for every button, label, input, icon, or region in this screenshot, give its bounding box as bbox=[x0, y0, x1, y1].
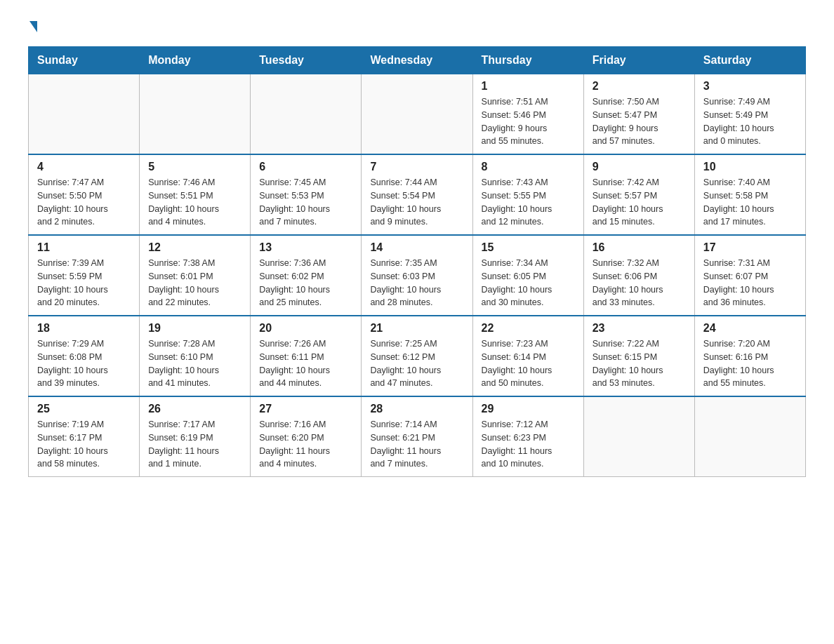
day-info: Sunrise: 7:14 AMSunset: 6:21 PMDaylight:… bbox=[370, 418, 463, 471]
day-info: Sunrise: 7:32 AMSunset: 6:06 PMDaylight:… bbox=[593, 257, 686, 309]
calendar-week-row: 11Sunrise: 7:39 AMSunset: 5:59 PMDayligh… bbox=[29, 235, 806, 316]
day-number: 28 bbox=[370, 403, 463, 415]
day-info: Sunrise: 7:25 AMSunset: 6:12 PMDaylight:… bbox=[370, 337, 463, 390]
day-number: 26 bbox=[148, 403, 241, 415]
day-number: 21 bbox=[370, 322, 463, 335]
day-number: 20 bbox=[259, 322, 352, 335]
day-number: 25 bbox=[37, 403, 131, 415]
day-number: 16 bbox=[593, 241, 686, 254]
day-number: 23 bbox=[593, 322, 686, 335]
day-info: Sunrise: 7:17 AMSunset: 6:19 PMDaylight:… bbox=[148, 418, 241, 471]
weekday-header-wednesday: Wednesday bbox=[362, 47, 472, 74]
day-number: 18 bbox=[37, 322, 131, 335]
logo bbox=[28, 21, 37, 32]
day-info: Sunrise: 7:23 AMSunset: 6:14 PMDaylight:… bbox=[482, 337, 575, 390]
day-number: 7 bbox=[370, 161, 463, 173]
day-info: Sunrise: 7:38 AMSunset: 6:01 PMDaylight:… bbox=[148, 257, 241, 309]
day-info: Sunrise: 7:51 AMSunset: 5:46 PMDaylight:… bbox=[482, 95, 575, 148]
day-number: 5 bbox=[148, 161, 241, 173]
weekday-header-saturday: Saturday bbox=[694, 47, 805, 74]
calendar-week-row: 25Sunrise: 7:19 AMSunset: 6:17 PMDayligh… bbox=[29, 396, 806, 477]
day-number: 4 bbox=[37, 161, 131, 173]
calendar-day-cell: 23Sunrise: 7:22 AMSunset: 6:15 PMDayligh… bbox=[583, 316, 694, 396]
weekday-header-monday: Monday bbox=[140, 47, 251, 74]
day-info: Sunrise: 7:12 AMSunset: 6:23 PMDaylight:… bbox=[482, 418, 575, 471]
calendar-day-cell bbox=[694, 396, 805, 477]
day-info: Sunrise: 7:19 AMSunset: 6:17 PMDaylight:… bbox=[37, 418, 131, 471]
day-number: 10 bbox=[703, 161, 797, 173]
calendar-day-cell: 19Sunrise: 7:28 AMSunset: 6:10 PMDayligh… bbox=[140, 316, 251, 396]
day-info: Sunrise: 7:43 AMSunset: 5:55 PMDaylight:… bbox=[482, 176, 575, 229]
calendar-day-cell: 4Sunrise: 7:47 AMSunset: 5:50 PMDaylight… bbox=[29, 154, 140, 235]
calendar-day-cell bbox=[251, 74, 362, 155]
calendar-day-cell: 11Sunrise: 7:39 AMSunset: 5:59 PMDayligh… bbox=[29, 235, 140, 316]
day-number: 24 bbox=[703, 322, 797, 335]
calendar-day-cell: 22Sunrise: 7:23 AMSunset: 6:14 PMDayligh… bbox=[472, 316, 583, 396]
calendar-day-cell: 8Sunrise: 7:43 AMSunset: 5:55 PMDaylight… bbox=[472, 154, 583, 235]
calendar-day-cell: 5Sunrise: 7:46 AMSunset: 5:51 PMDaylight… bbox=[140, 154, 251, 235]
day-info: Sunrise: 7:47 AMSunset: 5:50 PMDaylight:… bbox=[37, 176, 131, 229]
day-number: 12 bbox=[148, 241, 241, 254]
calendar-day-cell: 7Sunrise: 7:44 AMSunset: 5:54 PMDaylight… bbox=[362, 154, 472, 235]
day-info: Sunrise: 7:26 AMSunset: 6:11 PMDaylight:… bbox=[259, 337, 352, 390]
calendar-day-cell bbox=[140, 74, 251, 155]
calendar-day-cell: 3Sunrise: 7:49 AMSunset: 5:49 PMDaylight… bbox=[694, 74, 805, 155]
day-number: 9 bbox=[593, 161, 686, 173]
day-number: 27 bbox=[259, 403, 352, 415]
day-number: 13 bbox=[259, 241, 352, 254]
day-number: 1 bbox=[482, 80, 575, 93]
day-number: 29 bbox=[482, 403, 575, 415]
day-number: 22 bbox=[482, 322, 575, 335]
calendar-week-row: 4Sunrise: 7:47 AMSunset: 5:50 PMDaylight… bbox=[29, 154, 806, 235]
day-number: 6 bbox=[259, 161, 352, 173]
day-info: Sunrise: 7:40 AMSunset: 5:58 PMDaylight:… bbox=[703, 176, 797, 229]
calendar-week-row: 18Sunrise: 7:29 AMSunset: 6:08 PMDayligh… bbox=[29, 316, 806, 396]
calendar-day-cell: 20Sunrise: 7:26 AMSunset: 6:11 PMDayligh… bbox=[251, 316, 362, 396]
calendar-day-cell: 25Sunrise: 7:19 AMSunset: 6:17 PMDayligh… bbox=[29, 396, 140, 477]
day-info: Sunrise: 7:42 AMSunset: 5:57 PMDaylight:… bbox=[593, 176, 686, 229]
calendar-day-cell: 12Sunrise: 7:38 AMSunset: 6:01 PMDayligh… bbox=[140, 235, 251, 316]
calendar-day-cell: 18Sunrise: 7:29 AMSunset: 6:08 PMDayligh… bbox=[29, 316, 140, 396]
day-info: Sunrise: 7:39 AMSunset: 5:59 PMDaylight:… bbox=[37, 257, 131, 309]
calendar-day-cell: 2Sunrise: 7:50 AMSunset: 5:47 PMDaylight… bbox=[583, 74, 694, 155]
day-info: Sunrise: 7:50 AMSunset: 5:47 PMDaylight:… bbox=[593, 95, 686, 148]
calendar-day-cell: 10Sunrise: 7:40 AMSunset: 5:58 PMDayligh… bbox=[694, 154, 805, 235]
day-info: Sunrise: 7:28 AMSunset: 6:10 PMDaylight:… bbox=[148, 337, 241, 390]
day-info: Sunrise: 7:34 AMSunset: 6:05 PMDaylight:… bbox=[482, 257, 575, 309]
day-number: 19 bbox=[148, 322, 241, 335]
calendar-day-cell: 24Sunrise: 7:20 AMSunset: 6:16 PMDayligh… bbox=[694, 316, 805, 396]
calendar-day-cell bbox=[362, 74, 472, 155]
calendar-day-cell: 9Sunrise: 7:42 AMSunset: 5:57 PMDaylight… bbox=[583, 154, 694, 235]
calendar-day-cell: 28Sunrise: 7:14 AMSunset: 6:21 PMDayligh… bbox=[362, 396, 472, 477]
day-info: Sunrise: 7:49 AMSunset: 5:49 PMDaylight:… bbox=[703, 95, 797, 148]
day-number: 15 bbox=[482, 241, 575, 254]
calendar-week-row: 1Sunrise: 7:51 AMSunset: 5:46 PMDaylight… bbox=[29, 74, 806, 155]
weekday-header-tuesday: Tuesday bbox=[251, 47, 362, 74]
day-info: Sunrise: 7:22 AMSunset: 6:15 PMDaylight:… bbox=[593, 337, 686, 390]
day-info: Sunrise: 7:36 AMSunset: 6:02 PMDaylight:… bbox=[259, 257, 352, 309]
calendar-day-cell: 15Sunrise: 7:34 AMSunset: 6:05 PMDayligh… bbox=[472, 235, 583, 316]
day-info: Sunrise: 7:29 AMSunset: 6:08 PMDaylight:… bbox=[37, 337, 131, 390]
calendar-day-cell: 17Sunrise: 7:31 AMSunset: 6:07 PMDayligh… bbox=[694, 235, 805, 316]
day-info: Sunrise: 7:45 AMSunset: 5:53 PMDaylight:… bbox=[259, 176, 352, 229]
day-info: Sunrise: 7:31 AMSunset: 6:07 PMDaylight:… bbox=[703, 257, 797, 309]
weekday-header-friday: Friday bbox=[583, 47, 694, 74]
day-number: 3 bbox=[703, 80, 797, 93]
day-number: 11 bbox=[37, 241, 131, 254]
calendar-day-cell: 29Sunrise: 7:12 AMSunset: 6:23 PMDayligh… bbox=[472, 396, 583, 477]
calendar-day-cell: 13Sunrise: 7:36 AMSunset: 6:02 PMDayligh… bbox=[251, 235, 362, 316]
day-number: 8 bbox=[482, 161, 575, 173]
day-number: 17 bbox=[703, 241, 797, 254]
day-info: Sunrise: 7:20 AMSunset: 6:16 PMDaylight:… bbox=[703, 337, 797, 390]
weekday-header-thursday: Thursday bbox=[472, 47, 583, 74]
page-header bbox=[28, 21, 806, 32]
weekday-header-row: SundayMondayTuesdayWednesdayThursdayFrid… bbox=[29, 47, 806, 74]
calendar-day-cell: 1Sunrise: 7:51 AMSunset: 5:46 PMDaylight… bbox=[472, 74, 583, 155]
calendar-day-cell bbox=[583, 396, 694, 477]
calendar-day-cell: 14Sunrise: 7:35 AMSunset: 6:03 PMDayligh… bbox=[362, 235, 472, 316]
calendar-day-cell: 21Sunrise: 7:25 AMSunset: 6:12 PMDayligh… bbox=[362, 316, 472, 396]
calendar-day-cell bbox=[29, 74, 140, 155]
day-info: Sunrise: 7:46 AMSunset: 5:51 PMDaylight:… bbox=[148, 176, 241, 229]
calendar-day-cell: 16Sunrise: 7:32 AMSunset: 6:06 PMDayligh… bbox=[583, 235, 694, 316]
calendar-day-cell: 27Sunrise: 7:16 AMSunset: 6:20 PMDayligh… bbox=[251, 396, 362, 477]
